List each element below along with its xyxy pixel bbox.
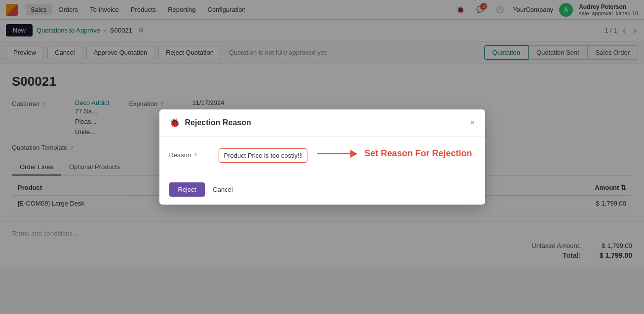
modal-header: 🐞 Rejection Reason × <box>159 109 485 137</box>
modal-body: Reason ? Set Reason For Rejection <box>159 137 485 174</box>
modal-title: Rejection Reason <box>185 118 465 127</box>
set-reason-text: Set Reason For Rejection <box>365 148 472 159</box>
modal-footer: Reject Cancel <box>159 174 485 205</box>
reject-button[interactable]: Reject <box>169 182 205 197</box>
modal-close-button[interactable]: × <box>470 118 475 127</box>
arrow-line <box>317 153 357 154</box>
rejection-reason-modal: 🐞 Rejection Reason × Reason ? Set Reason… <box>159 109 485 205</box>
reason-help-icon: ? <box>194 152 197 158</box>
reason-input[interactable] <box>219 148 307 163</box>
reason-label-text: Reason <box>169 151 191 159</box>
modal-cancel-button[interactable]: Cancel <box>211 182 234 197</box>
arrow-area: Set Reason For Rejection <box>317 148 475 159</box>
modal-bug-icon: 🐞 <box>169 117 180 128</box>
arrow-graphic <box>317 153 357 154</box>
reason-label: Reason ? <box>169 148 209 159</box>
modal-overlay[interactable]: 🐞 Rejection Reason × Reason ? Set Reason… <box>0 0 644 268</box>
